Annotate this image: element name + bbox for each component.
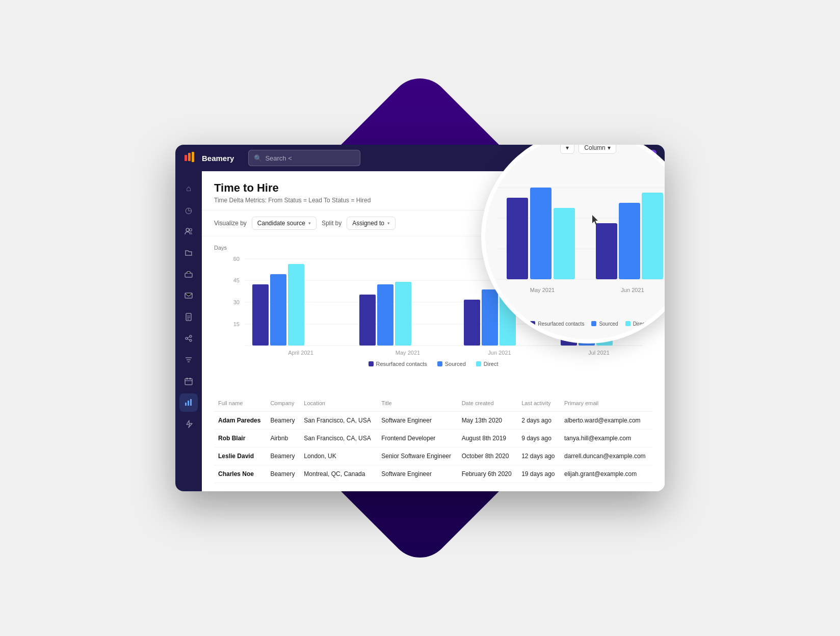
sidebar-item-document[interactable] [179, 308, 198, 326]
chevron-down-icon-2: ▾ [387, 221, 390, 226]
cell-last-activity: 12 days ago [517, 447, 560, 465]
sidebar-item-mail[interactable] [179, 286, 198, 305]
legend-resurfaced: Resurfaced contacts [369, 361, 427, 367]
svg-rect-61 [642, 193, 663, 279]
data-table-section: Full name Company Location Title Date cr… [202, 395, 665, 491]
magnifier-toolbar: ▾ Column ▾ [560, 145, 616, 154]
col-header-title: Title [377, 395, 457, 412]
legend-direct: Direct [476, 361, 498, 367]
legend-dot-resurfaced [369, 361, 374, 366]
table-row[interactable]: Rob Blair Airbnb San Francisco, CA, USA … [214, 430, 652, 447]
candidates-table: Full name Company Location Title Date cr… [214, 395, 652, 483]
cell-company: Airbnb [266, 430, 300, 447]
svg-point-12 [186, 337, 188, 339]
svg-rect-37 [288, 264, 304, 346]
magnifier-legend: Resurfaced contacts Sourced Direct [530, 321, 646, 327]
svg-text:Jun 2021: Jun 2021 [488, 350, 511, 356]
svg-text:Jun 2021: Jun 2021 [621, 287, 644, 293]
sidebar-item-folder[interactable] [179, 244, 198, 262]
sidebar-item-clock[interactable]: ◷ [179, 201, 198, 219]
cell-last-activity: 2 days ago [517, 412, 560, 430]
cell-last-activity: 19 days ago [517, 465, 560, 483]
table-row[interactable]: Adam Paredes Beamery San Francisco, CA, … [214, 412, 652, 430]
col-header-name: Full name [214, 395, 266, 412]
svg-rect-1 [188, 153, 191, 161]
mag-label-sourced: Sourced [599, 321, 618, 327]
chart-legend: Resurfaced contacts Sourced Direct [214, 361, 652, 367]
col-header-date: Date created [458, 395, 518, 412]
cell-company: Beamery [266, 412, 300, 430]
sidebar-item-lightning[interactable] [179, 415, 198, 433]
magnifier-overlay: ▾ Column ▾ May 2021 [481, 145, 665, 343]
logo-text: Beamery [202, 154, 234, 163]
mag-chart-type-dropdown[interactable]: ▾ [560, 145, 574, 154]
search-bar[interactable]: 🔍 Search < [248, 150, 360, 166]
svg-point-13 [190, 339, 192, 341]
visualize-value: Candidate source [257, 220, 305, 227]
cell-title: Software Engineer [377, 412, 457, 430]
legend-label-direct: Direct [484, 361, 498, 367]
svg-rect-56 [530, 188, 552, 279]
search-icon: 🔍 [254, 154, 262, 162]
mag-dot-resurfaced [530, 321, 535, 326]
beamery-logo-icon [183, 151, 198, 165]
sidebar-item-calendar[interactable] [179, 372, 198, 390]
sidebar-item-briefcase[interactable] [179, 265, 198, 283]
svg-rect-59 [596, 223, 617, 279]
mag-column-label: Column [584, 145, 605, 151]
svg-rect-0 [185, 155, 187, 161]
svg-rect-57 [554, 208, 575, 279]
sidebar-item-filter[interactable] [179, 351, 198, 369]
visualize-dropdown[interactable]: Candidate source ▾ [252, 217, 317, 230]
cell-location: San Francisco, CA, USA [300, 412, 377, 430]
split-label: Split by [322, 220, 342, 227]
chevron-down-icon-mag: ▾ [608, 145, 611, 151]
split-value: Assigned to [352, 220, 384, 227]
cell-email: tanya.hill@example.com [560, 430, 652, 447]
mag-label-resurfaced: Resurfaced contacts [538, 321, 584, 327]
cell-location: Montreal, QC, Canada [300, 465, 377, 483]
cell-name: Leslie David [214, 447, 266, 465]
table-row[interactable]: Leslie David Beamery London, UK Senior S… [214, 447, 652, 465]
cell-email: alberto.ward@example.com [560, 412, 652, 430]
svg-point-11 [190, 335, 192, 337]
svg-text:May 2021: May 2021 [530, 287, 555, 293]
svg-text:45: 45 [233, 277, 240, 283]
svg-rect-60 [619, 203, 640, 279]
cell-email: elijah.grant@example.com [560, 465, 652, 483]
legend-label-resurfaced: Resurfaced contacts [376, 361, 427, 367]
table-row[interactable]: Charles Noe Beamery Montreal, QC, Canada… [214, 465, 652, 483]
svg-rect-2 [192, 152, 194, 162]
svg-rect-43 [464, 300, 480, 346]
cell-name: Adam Paredes [214, 412, 266, 430]
svg-rect-36 [270, 274, 286, 346]
svg-text:May 2021: May 2021 [396, 350, 420, 356]
visualize-label: Visualize by [214, 220, 247, 227]
mag-legend-sourced: Sourced [591, 321, 618, 327]
col-header-company: Company [266, 395, 300, 412]
cell-title: Senior Software Engineer [377, 447, 457, 465]
split-dropdown[interactable]: Assigned to ▾ [347, 217, 396, 230]
cell-name: Charles Noe [214, 465, 266, 483]
legend-dot-sourced [437, 361, 442, 366]
sidebar-item-home[interactable]: ⌂ [179, 179, 198, 198]
logo-area: Beamery [183, 151, 234, 165]
col-header-activity: Last activity [517, 395, 560, 412]
sidebar-item-share[interactable] [179, 329, 198, 348]
sidebar-item-users[interactable] [179, 222, 198, 241]
svg-rect-24 [188, 401, 189, 406]
magnifier-chart: May 2021 Jun 2021 [496, 167, 665, 320]
cell-date-created: August 8th 2019 [458, 430, 518, 447]
svg-rect-19 [185, 379, 192, 385]
mag-column-dropdown[interactable]: Column ▾ [579, 145, 616, 154]
cell-title: Software Engineer [377, 465, 457, 483]
sidebar-item-chart[interactable] [179, 393, 198, 412]
app-window: Beamery 🔍 Search < P Jessica Hill-Brenso… [175, 145, 665, 491]
mag-legend-resurfaced: Resurfaced contacts [530, 321, 584, 327]
cell-date-created: February 6th 2020 [458, 465, 518, 483]
svg-line-15 [188, 339, 190, 340]
legend-dot-direct [476, 361, 481, 366]
svg-text:Jul 2021: Jul 2021 [588, 350, 610, 356]
svg-text:60: 60 [233, 256, 240, 262]
mag-dot-direct [625, 321, 631, 326]
